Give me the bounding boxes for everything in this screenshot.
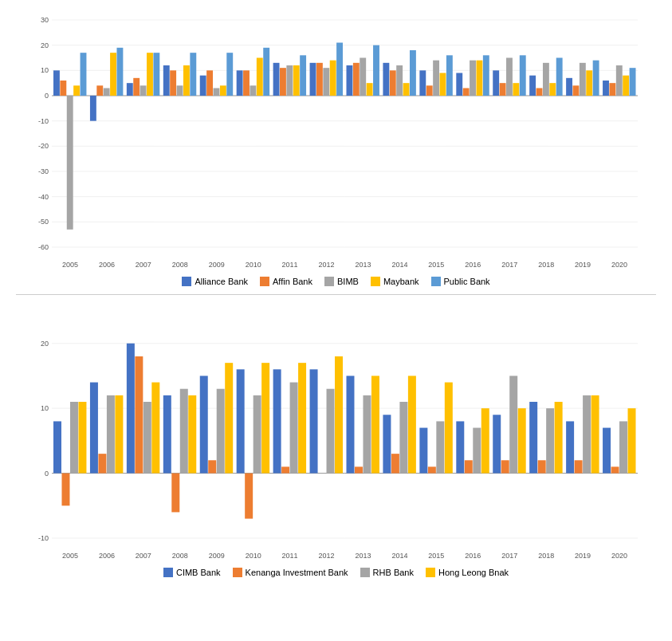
legend-color-box bbox=[324, 277, 334, 286]
chart2-legend: CIMB BankKenanga Investment BankRHB Bank… bbox=[16, 564, 656, 581]
legend-color-box bbox=[360, 568, 370, 577]
legend-item: BIMB bbox=[324, 277, 359, 286]
legend-color-box bbox=[431, 277, 441, 286]
chart1-container: Alliance BankAffin BankBIMBMaybankPublic… bbox=[16, 8, 656, 290]
legend-color-box bbox=[233, 568, 242, 577]
legend-item: Hong Leong Bnak bbox=[426, 568, 509, 577]
legend-color-box bbox=[426, 568, 435, 577]
legend-label: Hong Leong Bnak bbox=[438, 568, 509, 577]
chart1-canvas bbox=[16, 8, 654, 271]
charts-wrapper: Alliance BankAffin BankBIMBMaybankPublic… bbox=[0, 0, 672, 589]
legend-color-box bbox=[182, 277, 191, 286]
legend-label: Alliance Bank bbox=[195, 277, 248, 286]
legend-label: CIMB Bank bbox=[176, 568, 221, 577]
legend-label: RHB Bank bbox=[373, 568, 414, 577]
legend-item: Kenanga Investment Bank bbox=[233, 568, 348, 577]
legend-item: Maybank bbox=[371, 277, 419, 286]
legend-item: Affin Bank bbox=[260, 277, 312, 286]
chart2-canvas bbox=[16, 299, 654, 562]
chart1-legend: Alliance BankAffin BankBIMBMaybankPublic… bbox=[16, 273, 656, 290]
legend-item: RHB Bank bbox=[360, 568, 414, 577]
legend-label: Maybank bbox=[383, 277, 419, 286]
legend-item: Public Bank bbox=[431, 277, 490, 286]
legend-color-box bbox=[260, 277, 269, 286]
legend-item: CIMB Bank bbox=[163, 568, 221, 577]
legend-label: Kenanga Investment Bank bbox=[246, 568, 348, 577]
legend-item: Alliance Bank bbox=[182, 277, 248, 286]
legend-color-box bbox=[371, 277, 380, 286]
legend-color-box bbox=[163, 568, 173, 577]
legend-label: Public Bank bbox=[444, 277, 490, 286]
chart-divider bbox=[16, 294, 656, 295]
legend-label: BIMB bbox=[337, 277, 359, 286]
chart2-container: CIMB BankKenanga Investment BankRHB Bank… bbox=[16, 299, 656, 581]
legend-label: Affin Bank bbox=[273, 277, 312, 286]
